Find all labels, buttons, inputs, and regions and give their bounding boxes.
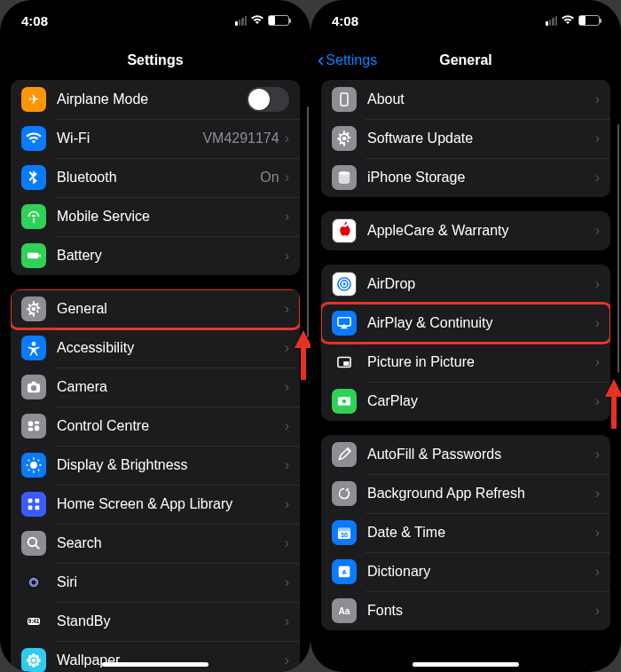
annotation-arrow — [603, 377, 621, 431]
chevron-right-icon: › — [595, 525, 600, 541]
row-applecare[interactable]: AppleCare & Warranty› — [321, 211, 610, 250]
swupdate-icon — [332, 126, 357, 151]
home-icon — [21, 492, 46, 517]
row-siri[interactable]: Siri› — [11, 563, 300, 602]
settings-group: AirDrop›AirPlay & Continuity›Picture in … — [321, 265, 610, 421]
camera-icon — [21, 375, 46, 399]
chevron-right-icon: › — [285, 418, 289, 434]
row-display[interactable]: Display & Brightness› — [11, 446, 300, 485]
back-chevron-icon: ‹ — [318, 51, 324, 70]
svg-rect-6 — [28, 422, 34, 427]
autofill-icon — [332, 442, 357, 467]
svg-point-34 — [36, 659, 41, 663]
svg-rect-7 — [35, 422, 40, 424]
svg-rect-22 — [35, 506, 40, 510]
search-icon — [21, 531, 46, 556]
airplay-icon — [332, 311, 357, 336]
row-value: VM4291174 — [202, 130, 279, 146]
pip-icon — [332, 350, 357, 375]
row-label: AirDrop — [367, 276, 595, 292]
row-label: Wi-Fi — [57, 130, 202, 146]
chevron-right-icon: › — [285, 170, 289, 186]
control-icon — [21, 414, 46, 439]
chevron-right-icon: › — [285, 613, 289, 629]
row-label: Home Screen & App Library — [57, 496, 285, 512]
phone-general: 4:08 ‹ Settings General About›Software U… — [310, 0, 621, 672]
back-button[interactable]: ‹ Settings — [318, 51, 377, 70]
bar-icon — [332, 481, 357, 506]
row-dict[interactable]: ADictionary› — [321, 552, 610, 591]
svg-text:Aa: Aa — [338, 606, 350, 616]
svg-rect-0 — [28, 253, 39, 258]
dict-icon: A — [332, 559, 357, 584]
row-airplay[interactable]: AirPlay & Continuity› — [321, 304, 610, 343]
row-about[interactable]: About› — [321, 80, 610, 119]
navbar: Settings — [0, 41, 310, 80]
chevron-right-icon: › — [285, 535, 289, 551]
status-right — [546, 14, 600, 28]
carplay-icon — [332, 389, 357, 414]
svg-point-43 — [342, 282, 345, 285]
row-wifi[interactable]: Wi-FiVM4291174› — [11, 119, 300, 158]
chevron-right-icon: › — [285, 209, 289, 225]
svg-point-40 — [339, 171, 350, 176]
row-fonts[interactable]: AaFonts› — [321, 591, 610, 630]
row-bar[interactable]: Background App Refresh› — [321, 474, 610, 513]
row-swupdate[interactable]: Software Update› — [321, 119, 610, 158]
svg-point-23 — [28, 538, 36, 546]
scroll-indicator[interactable] — [307, 107, 310, 337]
row-autofill[interactable]: AutoFill & Passwords› — [321, 435, 610, 474]
scroll-indicator[interactable] — [617, 124, 620, 373]
row-bluetooth[interactable]: BluetoothOn› — [11, 158, 300, 197]
svg-rect-20 — [35, 499, 40, 503]
row-label: AppleCare & Warranty — [367, 223, 595, 239]
row-access[interactable]: Accessibility› — [11, 328, 300, 368]
row-airplane[interactable]: ✈Airplane Mode — [11, 80, 300, 119]
applecare-icon — [332, 218, 357, 243]
svg-point-36 — [35, 655, 39, 659]
svg-point-10 — [30, 462, 37, 469]
chevron-right-icon: › — [285, 130, 289, 146]
row-label: Display & Brightness — [57, 457, 285, 473]
svg-rect-46 — [343, 361, 349, 366]
row-home[interactable]: Home Screen & App Library› — [11, 485, 300, 524]
general-list[interactable]: About›Software Update›iPhone Storage›App… — [310, 80, 621, 672]
general-icon — [21, 296, 46, 321]
settings-list[interactable]: ✈Airplane ModeWi-FiVM4291174›BluetoothOn… — [0, 80, 310, 672]
svg-rect-39 — [341, 93, 348, 106]
chevron-right-icon: › — [595, 130, 600, 146]
svg-rect-50 — [338, 528, 350, 532]
row-control[interactable]: Control Centre› — [11, 407, 300, 446]
row-camera[interactable]: Camera› — [11, 368, 300, 407]
row-standby[interactable]: 9:41StandBy› — [11, 602, 300, 641]
airplane-toggle[interactable] — [247, 87, 289, 112]
row-label: Bluetooth — [57, 170, 260, 186]
row-general[interactable]: General› — [11, 289, 300, 328]
home-indicator[interactable] — [413, 662, 519, 667]
row-label: AutoFill & Passwords — [367, 447, 595, 462]
wifi-icon — [250, 14, 264, 28]
row-search[interactable]: Search› — [11, 524, 300, 563]
row-airdrop[interactable]: AirDrop› — [321, 265, 610, 304]
chevron-right-icon: › — [285, 652, 289, 668]
bluetooth-icon — [21, 165, 46, 190]
row-wallpaper[interactable]: Wallpaper› — [11, 641, 300, 672]
row-storage[interactable]: iPhone Storage› — [321, 158, 610, 197]
row-label: StandBy — [57, 613, 285, 629]
row-pip[interactable]: Picture in Picture› — [321, 343, 610, 382]
svg-point-32 — [32, 663, 36, 668]
battery-icon — [268, 15, 289, 26]
chevron-right-icon: › — [285, 301, 289, 317]
home-indicator[interactable] — [102, 662, 208, 667]
svg-point-4 — [31, 385, 36, 391]
row-mobile[interactable]: Mobile Service› — [11, 197, 300, 236]
chevron-right-icon: › — [595, 276, 600, 292]
row-battery[interactable]: Battery› — [11, 236, 300, 275]
row-label: iPhone Storage — [367, 170, 595, 186]
chevron-right-icon: › — [595, 354, 600, 370]
row-carplay[interactable]: CarPlay› — [321, 382, 610, 421]
battery-icon — [21, 243, 46, 268]
row-date[interactable]: 30Date & Time› — [321, 513, 610, 552]
svg-text:30: 30 — [341, 532, 348, 538]
svg-rect-21 — [28, 506, 33, 510]
